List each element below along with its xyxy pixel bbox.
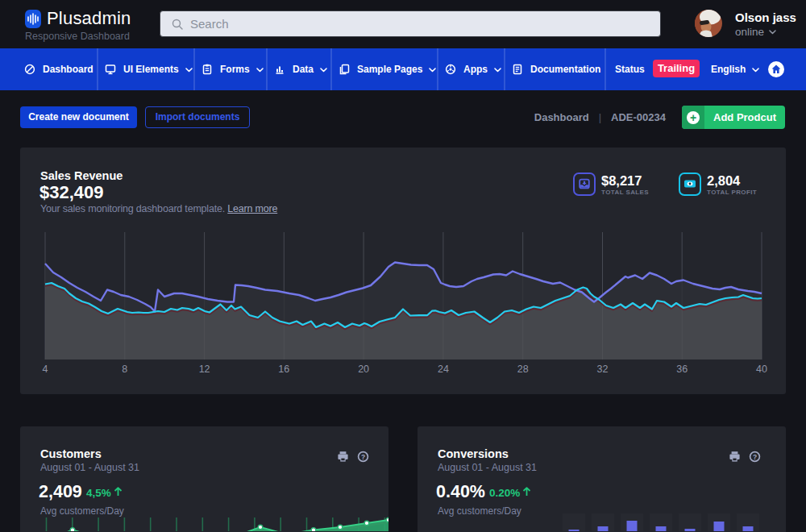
- svg-text:40: 40: [756, 364, 767, 375]
- svg-text:?: ?: [361, 453, 365, 461]
- svg-text:8: 8: [122, 364, 127, 375]
- svg-text:28: 28: [517, 364, 529, 375]
- svg-text:20: 20: [358, 364, 369, 375]
- svg-text:36: 36: [676, 364, 688, 375]
- svg-text:12: 12: [199, 364, 210, 375]
- svg-text:16: 16: [278, 364, 289, 375]
- svg-text:24: 24: [438, 364, 449, 375]
- svg-text:4: 4: [43, 364, 48, 375]
- svg-text:?: ?: [753, 453, 757, 461]
- svg-text:32: 32: [597, 364, 609, 375]
